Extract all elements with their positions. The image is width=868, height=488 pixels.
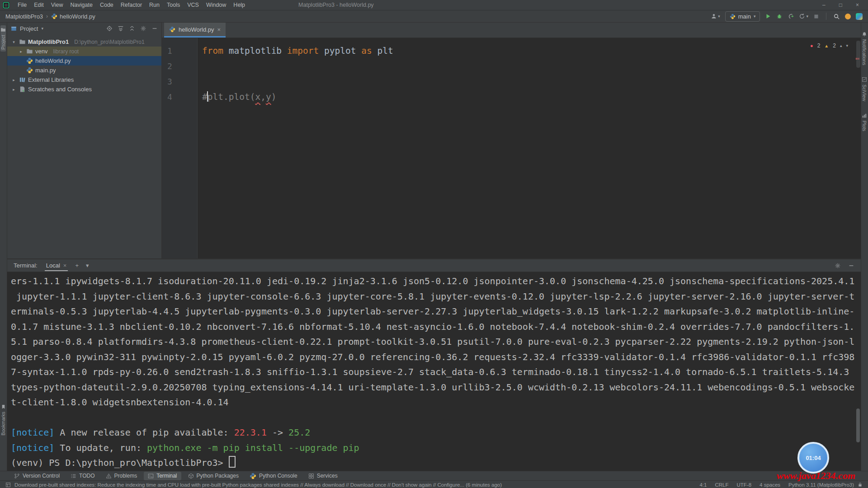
editor-scrollbar[interactable] <box>856 41 860 68</box>
menu-view[interactable]: View <box>47 2 67 8</box>
chevron-collapsed-icon[interactable]: ▸ <box>11 87 17 92</box>
menu-vcs[interactable]: VCS <box>184 2 203 8</box>
line-number: 2 <box>162 59 197 74</box>
chevron-down-icon[interactable]: ▾ <box>41 26 43 31</box>
project-view-icon <box>11 26 17 32</box>
toolwindow-button-terminal[interactable]: Terminal <box>144 472 181 480</box>
tab-helloworld-py[interactable]: helloWorld.py × <box>164 23 226 38</box>
tab-close-icon[interactable]: × <box>217 26 221 33</box>
code-area[interactable]: from matplotlib import pyplot as plt#plt… <box>198 38 393 258</box>
code-token: ) <box>271 92 277 102</box>
menu-navigate[interactable]: Navigate <box>67 2 96 8</box>
tree-item-label: Scratches and Consoles <box>28 86 92 93</box>
menu-code[interactable]: Code <box>96 2 117 8</box>
locate-file-icon[interactable] <box>106 25 113 32</box>
toolwindow-button-services[interactable]: Services <box>304 472 342 480</box>
collapse-all-icon[interactable] <box>129 25 135 32</box>
menu-refactor[interactable]: Refactor <box>117 2 146 8</box>
toolwindow-button-label: Terminal <box>156 473 177 479</box>
tree-item-venv[interactable]: ▸venvlibrary root <box>7 47 161 56</box>
editor-gutter: 1234 <box>162 38 198 258</box>
menu-window[interactable]: Window <box>203 2 230 8</box>
update-notification-icon[interactable] <box>845 14 851 19</box>
python-icon <box>730 14 736 19</box>
toolwindow-button-python-console[interactable]: Python Console <box>245 472 302 480</box>
terminal-line: t-client-1.8.0 widgetsnbextension-4.0.14 <box>11 395 861 410</box>
chevron-collapsed-icon[interactable]: ▸ <box>18 49 24 54</box>
menu-edit[interactable]: Edit <box>30 2 47 8</box>
menu-file[interactable]: File <box>14 2 30 8</box>
stop-button[interactable] <box>813 14 819 19</box>
terminal-tab-local[interactable]: Local × <box>45 260 68 271</box>
editor-tab-bar: helloWorld.py × <box>162 23 861 38</box>
scratches-icon <box>19 86 26 93</box>
toolbar-divider <box>826 13 826 20</box>
new-terminal-icon[interactable]: + <box>75 262 79 269</box>
chevron-expanded-icon[interactable]: ▾ <box>11 40 17 44</box>
tree-item-external-libraries[interactable]: ▸External Libraries <box>7 75 161 84</box>
toolwindow-button-python-packages[interactable]: Python Packages <box>184 472 243 480</box>
status-indent-style[interactable]: 4 spaces <box>760 482 780 488</box>
project-panel-title[interactable]: Project <box>20 25 38 32</box>
code-line-4: #plt.plot(x,y) <box>202 89 393 105</box>
sidebar-item-sciview[interactable]: SciView <box>862 77 867 101</box>
chevron-collapsed-icon[interactable]: ▸ <box>11 78 17 82</box>
debug-button[interactable] <box>776 13 783 19</box>
editor-body[interactable]: 1234 from matplotlib import pyplot as pl… <box>162 38 861 258</box>
run-button[interactable] <box>765 13 771 19</box>
profiler-button[interactable]: ▾ <box>799 13 808 19</box>
status-line-separator[interactable]: CRLF <box>715 482 728 488</box>
hide-panel-icon[interactable] <box>151 25 158 32</box>
toolwindow-button-problems[interactable]: Problems <box>102 472 142 480</box>
sidebar-item-notifications[interactable]: Notifications <box>862 32 867 65</box>
terminal-scrollbar[interactable] <box>856 408 860 442</box>
terminal-output[interactable]: ers-1.1.1 ipywidgets-8.1.7 isoduration-2… <box>7 272 861 471</box>
minimize-icon[interactable]: – <box>822 2 826 8</box>
terminal-text: jupyter-1.1.1 jupyter-client-8.6.3 jupyt… <box>11 291 854 302</box>
maximize-icon[interactable]: □ <box>839 2 842 8</box>
ide-avatar-icon[interactable] <box>856 13 863 20</box>
expand-all-icon[interactable] <box>118 25 124 32</box>
close-icon[interactable]: × <box>856 2 859 8</box>
search-everywhere-icon[interactable] <box>833 13 840 20</box>
warning-count: 2 <box>833 42 836 49</box>
tree-item-helloworld-py[interactable]: helloWorld.py <box>7 56 161 66</box>
terminal-line: ers-1.1.1 ipywidgets-8.1.7 isoduration-2… <box>11 274 861 289</box>
status-message[interactable]: Download pre-built shared indexes: Reduc… <box>14 482 502 488</box>
menu-run[interactable]: Run <box>146 2 163 8</box>
lock-icon[interactable] <box>858 482 863 487</box>
sidebar-item-project[interactable]: Project <box>0 25 6 52</box>
status-caret-position[interactable]: 4:1 <box>699 482 707 488</box>
run-with-coverage-button[interactable] <box>788 13 794 19</box>
status-python-interpreter[interactable]: Python 3.11 (MatplotlibPro3) <box>788 482 854 488</box>
inspections-widget[interactable]: ● 2 ▲ 2 ▴ ▾ <box>810 42 848 49</box>
status-widgets: 4:1CRLFUTF-84 spacesPython 3.11 (Matplot… <box>699 482 854 488</box>
next-problem-icon[interactable]: ▾ <box>846 43 848 48</box>
menu-tools[interactable]: Tools <box>163 2 184 8</box>
code-token: , <box>260 92 266 102</box>
warning-count-icon: ▲ <box>824 43 829 48</box>
breadcrumb-project[interactable]: MatplotlibPro3 <box>5 13 43 20</box>
right-tool-stripe: Notifications SciView Plots <box>861 23 868 471</box>
sidebar-item-bookmarks[interactable]: Bookmarks <box>0 404 6 436</box>
breadcrumb-file[interactable]: helloWorld.py <box>51 13 95 20</box>
previous-problem-icon[interactable]: ▴ <box>840 43 842 48</box>
terminal-hide-icon[interactable] <box>848 263 854 269</box>
status-file-encoding[interactable]: UTF-8 <box>736 482 751 488</box>
tree-item-matplotlibpro1[interactable]: ▾MatplotlibPro1D:\python_pro\MatplotlibP… <box>7 37 161 47</box>
folder-icon <box>0 27 6 33</box>
sidebar-item-plots[interactable]: Plots <box>862 113 867 131</box>
recording-timer-badge[interactable]: 01:04 <box>797 442 829 474</box>
toolwindow-button-version-control[interactable]: Version Control <box>10 472 64 480</box>
terminal-dropdown-icon[interactable]: ▾ <box>86 262 89 269</box>
terminal-line: [notice] A new release of pip available:… <box>11 425 861 441</box>
tree-item-scratches-and-consoles[interactable]: ▸Scratches and Consoles <box>7 84 161 94</box>
terminal-settings-gear-icon[interactable] <box>835 263 841 269</box>
menu-help[interactable]: Help <box>230 2 249 8</box>
toolwindow-button-todo[interactable]: TODO <box>66 472 99 480</box>
tree-item-main-py[interactable]: main.py <box>7 66 161 75</box>
run-configuration-select[interactable]: main ▾ <box>725 11 760 22</box>
code-with-me-icon[interactable]: ▾ <box>711 13 720 19</box>
terminal-tab-close-icon[interactable]: × <box>63 262 67 269</box>
settings-gear-icon[interactable] <box>140 25 146 32</box>
